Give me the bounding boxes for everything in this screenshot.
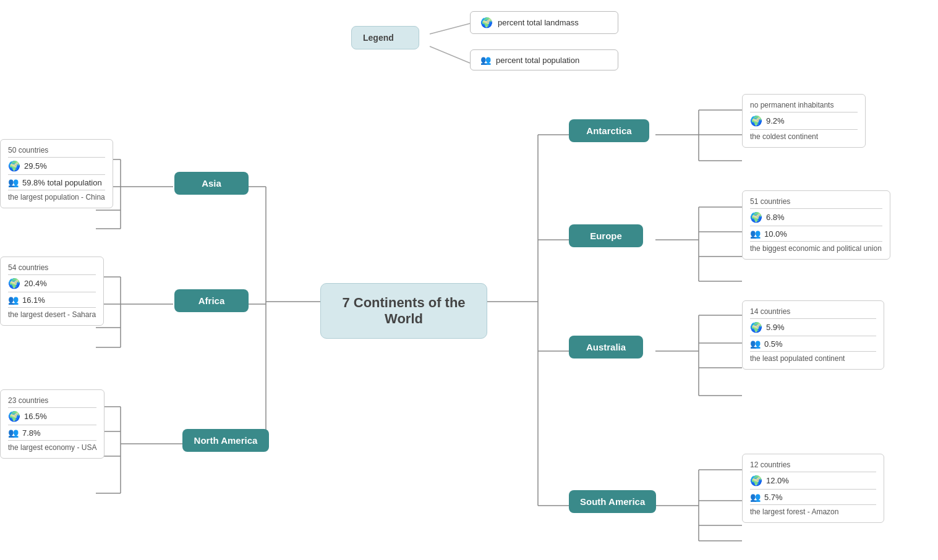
antarctica-landmass-row: 🌍 9.2% <box>750 115 858 127</box>
asia-landmass-row: 🌍 29.5% <box>8 160 105 172</box>
australia-countries: 14 countries <box>750 307 876 316</box>
svg-line-0 <box>430 23 470 34</box>
people-icon-europe: 👥 <box>750 229 761 239</box>
north-america-label: North America <box>194 435 258 446</box>
asia-note: the largest population - China <box>8 193 105 202</box>
sa-population: 5.7% <box>764 493 783 502</box>
europe-label: Europe <box>590 231 622 241</box>
australia-label: Australia <box>586 342 626 352</box>
legend-title: Legend <box>363 33 394 43</box>
svg-line-1 <box>430 46 470 63</box>
south-america-label: South America <box>580 496 645 507</box>
sa-countries: 12 countries <box>750 460 876 469</box>
australia-population: 0.5% <box>764 339 783 349</box>
north-america-info-box: 23 countries 🌍 16.5% 👥 7.8% the largest … <box>0 389 104 459</box>
africa-note: the largest desert - Sahara <box>8 310 96 319</box>
na-countries: 23 countries <box>8 396 96 405</box>
continent-australia: Australia <box>569 336 643 358</box>
australia-landmass: 5.9% <box>766 323 785 332</box>
globe-icon-australia: 🌍 <box>750 321 762 333</box>
europe-population: 10.0% <box>764 229 787 239</box>
antarctica-landmass: 9.2% <box>766 116 785 125</box>
australia-landmass-row: 🌍 5.9% <box>750 321 876 333</box>
na-note: the largest economy - USA <box>8 443 96 452</box>
europe-info-box: 51 countries 🌍 6.8% 👥 10.0% the biggest … <box>742 190 890 260</box>
legend-landmass: 🌍 percent total landmass <box>470 11 618 34</box>
sa-population-row: 👥 5.7% <box>750 492 876 502</box>
australia-population-row: 👥 0.5% <box>750 339 876 349</box>
continent-south-america: South America <box>569 490 656 513</box>
legend-label: Legend <box>351 26 419 49</box>
globe-icon-legend: 🌍 <box>480 17 493 28</box>
antarctica-note: the coldest continent <box>750 132 858 141</box>
continent-antarctica: Antarctica <box>569 119 649 142</box>
globe-icon-antarctica: 🌍 <box>750 115 762 127</box>
na-population: 7.8% <box>22 428 41 438</box>
people-icon-australia: 👥 <box>750 339 761 349</box>
people-icon-na: 👥 <box>8 428 19 438</box>
globe-icon-asia: 🌍 <box>8 160 20 172</box>
continent-north-america: North America <box>182 429 269 452</box>
europe-population-row: 👥 10.0% <box>750 229 882 239</box>
africa-label: Africa <box>198 295 225 306</box>
na-landmass-row: 🌍 16.5% <box>8 410 96 422</box>
africa-info-box: 54 countries 🌍 20.4% 👥 16.1% the largest… <box>0 257 104 326</box>
people-icon-legend: 👥 <box>480 55 491 65</box>
antarctica-info-box: no permanent inhabitants 🌍 9.2% the cold… <box>742 94 866 148</box>
africa-population: 16.1% <box>22 295 45 305</box>
africa-countries: 54 countries <box>8 263 96 272</box>
antarctica-inhabitants: no permanent inhabitants <box>750 101 858 109</box>
asia-info-box: 50 countries 🌍 29.5% 👥 59.8% total popul… <box>0 139 113 208</box>
legend-population: 👥 percent total population <box>470 49 618 70</box>
antarctica-label: Antarctica <box>586 125 631 136</box>
sa-note: the largest forest - Amazon <box>750 507 876 516</box>
center-label: 7 Continents of the World <box>342 295 465 326</box>
continent-africa: Africa <box>174 289 249 312</box>
center-node: 7 Continents of the World <box>320 283 487 339</box>
na-landmass: 16.5% <box>24 412 47 421</box>
globe-icon-africa: 🌍 <box>8 278 20 289</box>
asia-landmass: 29.5% <box>24 161 47 171</box>
asia-population: 59.8% total population <box>22 178 102 187</box>
europe-landmass: 6.8% <box>766 213 785 222</box>
africa-landmass-row: 🌍 20.4% <box>8 278 96 289</box>
legend-landmass-text: percent total landmass <box>498 18 579 27</box>
people-icon-africa: 👥 <box>8 295 19 305</box>
africa-landmass: 20.4% <box>24 279 47 288</box>
people-icon-asia: 👥 <box>8 177 19 187</box>
people-icon-sa: 👥 <box>750 492 761 502</box>
na-population-row: 👥 7.8% <box>8 428 96 438</box>
asia-population-row: 👥 59.8% total population <box>8 177 105 187</box>
asia-label: Asia <box>202 178 221 189</box>
legend-population-text: percent total population <box>496 56 579 65</box>
south-america-info-box: 12 countries 🌍 12.0% 👥 5.7% the largest … <box>742 454 884 523</box>
globe-icon-europe: 🌍 <box>750 211 762 223</box>
europe-note: the biggest economic and political union <box>750 244 882 253</box>
australia-info-box: 14 countries 🌍 5.9% 👥 0.5% the least pop… <box>742 300 884 370</box>
globe-icon-sa: 🌍 <box>750 475 762 486</box>
australia-note: the least populated continent <box>750 354 876 363</box>
continent-europe: Europe <box>569 224 643 247</box>
africa-population-row: 👥 16.1% <box>8 295 96 305</box>
sa-landmass: 12.0% <box>766 476 789 485</box>
continent-asia: Asia <box>174 172 249 195</box>
globe-icon-na: 🌍 <box>8 410 20 422</box>
asia-countries: 50 countries <box>8 146 105 155</box>
europe-landmass-row: 🌍 6.8% <box>750 211 882 223</box>
europe-countries: 51 countries <box>750 197 882 206</box>
sa-landmass-row: 🌍 12.0% <box>750 475 876 486</box>
